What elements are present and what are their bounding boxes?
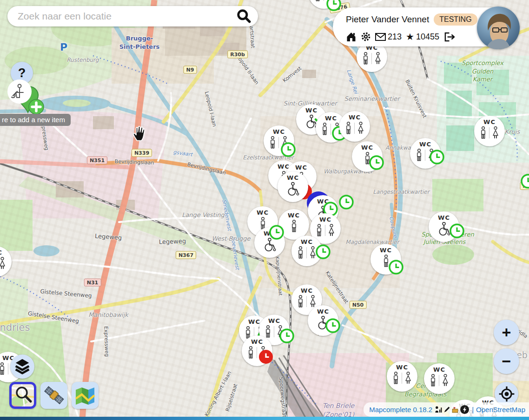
wheelchair-icon: [436, 221, 452, 236]
wc-label: WC: [317, 198, 329, 204]
toilet-marker[interactable]: WC: [339, 111, 370, 142]
wc-label: WC: [349, 114, 361, 120]
person-icon: [364, 151, 371, 166]
wc-label: WC: [264, 230, 276, 236]
star-icon: ★: [406, 32, 414, 41]
male-female-icon: [297, 294, 317, 309]
wc-label: WC: [287, 175, 299, 181]
bottom-strip: [0, 417, 529, 420]
wc-label: WC: [248, 319, 260, 325]
male-female-icon: [297, 245, 317, 260]
male-female-icon: [392, 371, 412, 386]
wc-label: WC: [301, 288, 313, 294]
background-satellite-button[interactable]: [40, 382, 67, 409]
map-app: Brugge- Sint-PietersRustenburgVaartstraa…: [0, 0, 529, 420]
wc-label: WC: [380, 247, 392, 253]
person-icon: [383, 254, 390, 269]
add-new-item-pin[interactable]: [6, 78, 50, 115]
toilet-marker[interactable]: WC: [474, 116, 505, 146]
external-tool-icon[interactable]: [460, 405, 469, 414]
toilet-marker[interactable]: WC: [278, 171, 308, 202]
wc-label: WC: [433, 367, 445, 373]
toilet-marker[interactable]: WC: [370, 244, 401, 275]
settings-gear-icon[interactable]: [361, 32, 371, 42]
background-osm-button[interactable]: [9, 382, 36, 409]
search-icon[interactable]: [236, 8, 252, 25]
logout-icon[interactable]: [443, 32, 455, 42]
pencil-icon[interactable]: [443, 406, 450, 413]
male-female-icon: [416, 148, 436, 163]
openstreetmap-link[interactable]: OpenStreetMap: [476, 406, 525, 413]
wc-label: WC: [273, 129, 285, 135]
wc-label: WC: [325, 115, 337, 121]
wheelchair-icon: [315, 315, 331, 330]
messages-button[interactable]: 213: [375, 32, 402, 42]
user-name: Pieter Vander Vennet: [346, 14, 429, 25]
add-item-tooltip: re to add a new item: [0, 114, 71, 126]
male-female-icon: [269, 135, 289, 150]
wheelchair-icon: [284, 181, 301, 196]
male-female-icon: [480, 125, 500, 140]
male-female-icon: [247, 345, 267, 360]
male-female-icon: [345, 121, 365, 136]
background-chooser: [9, 382, 99, 409]
testing-badge: TESTING: [434, 13, 477, 26]
wc-label: WC: [288, 212, 300, 218]
male-female-icon: [264, 324, 284, 339]
layers-icon[interactable]: [10, 354, 34, 379]
wc-label: WC: [257, 210, 269, 216]
changesets-count: 10455: [416, 32, 439, 42]
wc-label: WC: [483, 119, 496, 125]
toilet-marker[interactable]: WC: [429, 211, 459, 242]
wc-label: WC: [251, 339, 263, 345]
wc-label: WC: [396, 364, 408, 370]
male-female-icon: [316, 223, 336, 238]
toilet-marker[interactable]: WC: [264, 125, 294, 156]
background-map-button[interactable]: [72, 382, 99, 409]
male-female-icon: [321, 122, 341, 137]
wc-label: WC: [317, 308, 329, 315]
statistics-icon[interactable]: [435, 406, 443, 413]
toilet-marker[interactable]: WC: [352, 141, 383, 172]
wc-label: WC: [319, 217, 331, 223]
search-bar: [7, 6, 258, 26]
wc-label: WC: [301, 239, 313, 245]
toilet-marker[interactable]: WC: [242, 335, 272, 366]
toilet-marker[interactable]: WC: [424, 363, 455, 394]
attribution-separator: |: [472, 406, 474, 413]
male-female-icon: [362, 51, 382, 66]
toilet-marker[interactable]: WC: [387, 361, 417, 392]
toilet-marker[interactable]: WC: [254, 227, 285, 258]
wc-label: WC: [0, 249, 2, 256]
zoom-out-button[interactable]: −: [494, 348, 519, 374]
wc-label: WC: [361, 144, 373, 151]
attribution-bar: Mapcomplete 0.18.2 | OpenStreetMap: [364, 402, 529, 417]
wheelchair-icon: [261, 237, 278, 252]
messages-count: 213: [388, 32, 402, 42]
toilet-marker[interactable]: WC: [410, 138, 441, 169]
avatar[interactable]: [477, 7, 520, 49]
wc-label: WC: [438, 215, 450, 221]
toilet-marker[interactable]: WC: [291, 236, 322, 266]
wc-label: WC: [295, 164, 307, 171]
wc-label: WC: [268, 318, 280, 324]
male-female-icon: [430, 373, 450, 388]
changesets-button[interactable]: ★ 10455: [406, 32, 439, 42]
attribution-icons: [435, 405, 469, 414]
wc-label: WC: [305, 107, 317, 113]
male-female-icon: [314, 0, 334, 3]
zoom-in-button[interactable]: +: [494, 320, 519, 345]
male-female-icon: [0, 256, 6, 271]
wc-label: WC: [419, 141, 431, 147]
community-icon[interactable]: [451, 406, 459, 413]
home-button[interactable]: [346, 32, 357, 42]
mapcomplete-link[interactable]: Mapcomplete 0.18.2: [369, 406, 432, 413]
toilet-marker[interactable]: WC: [308, 305, 338, 336]
search-input[interactable]: [17, 10, 236, 22]
person-icon: [291, 219, 298, 234]
